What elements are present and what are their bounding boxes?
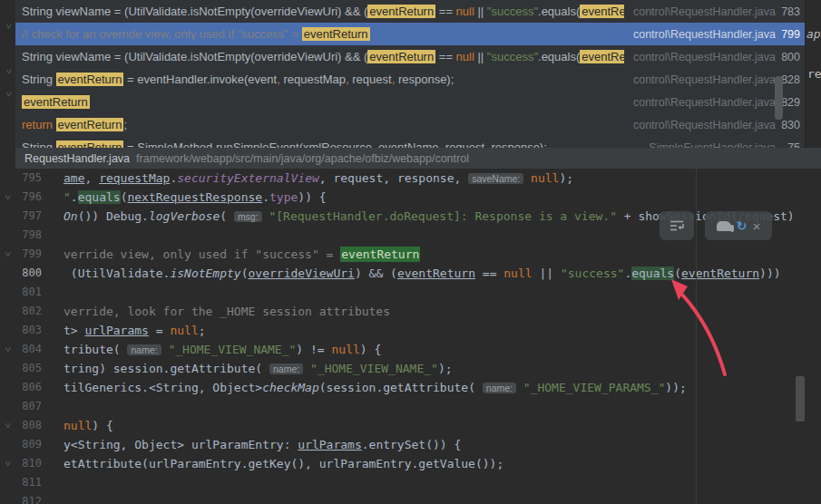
file-path: framework/webapp/src/main/java/org/apach… [136,152,469,165]
code-token: "_HOME_VIEW_NAME_" [310,362,438,375]
code-token: isNotEmpty [170,267,240,280]
usage-code: String viewName = (UtilValidate.isNotEmp… [22,5,624,18]
usage-rows: String viewName = (UtilValidate.isNotEmp… [15,0,805,148]
usage-row[interactable]: String eventReturn = SimpleMethod.runSim… [15,136,805,148]
line-code [56,283,821,302]
editor-line[interactable]: 807 [0,397,821,416]
editor-line[interactable]: >799verride view, only used if "success"… [0,245,821,264]
editor-line[interactable]: 800 (UtilValidate.isNotEmpty(overrideVie… [0,264,821,283]
code-token: overrideViewUri [249,267,355,280]
line-number: 811 [0,473,56,492]
code-token: .equals( [538,50,580,63]
code-token: String [22,73,56,86]
editor-line[interactable]: 806tilGenerics.<String, Object>checkMap(… [0,378,821,397]
usage-row[interactable]: return eventReturn;control\RequestHandle… [15,113,805,136]
code-token: )); [665,381,686,394]
usage-line-number: 830 [780,119,800,131]
code-token: String viewName = (UtilValidate.isNotEmp… [22,5,367,18]
code-token: null [531,171,559,185]
usage-location: control\RequestHandler.java [633,96,776,109]
line-number: 795 [0,169,56,188]
code-token: ( [241,267,249,280]
code-token [523,171,531,185]
capture-tool-button[interactable]: ↻ × [705,211,772,240]
code-token: "_HOME_VIEW_PARAMS_" [523,381,666,394]
code-token: msg: [234,211,262,222]
editor-line[interactable]: >808null) { [0,416,821,435]
editor-line[interactable]: 801 [0,283,821,302]
usage-code: eventReturn [22,95,624,109]
code-token: y<String, Object> urlParamEntry: [64,438,298,451]
editor-line[interactable]: 809y<String, Object> urlParamEntry: urlP… [0,435,821,454]
fold-marker-icon[interactable]: > [0,421,17,431]
code-token: tribute( [64,343,127,356]
code-token: null [456,50,474,63]
code-token: ()) Debug. [78,209,149,223]
line-number: 812 [0,492,56,504]
line-code [56,473,821,492]
code-token: eventReturn [56,118,124,131]
usage-line-number: 75 [780,141,800,149]
editor-line[interactable]: 802verride, look for the _HOME session a… [0,302,821,321]
usage-line-number: 829 [780,96,800,109]
usage-row[interactable]: String viewName = (UtilValidate.isNotEmp… [15,0,805,23]
line-code: tring) session.getAttribute( name: "_HOM… [56,359,821,378]
line-number: 809 [0,435,56,454]
code-token: requestMap [99,171,170,185]
code-token: ( [220,209,234,223]
line-number: 805 [0,359,56,378]
code-token: requestMap [283,73,346,86]
floating-toolbar: ↻ × [660,211,772,240]
usage-location: control\RequestHandler.java [633,5,776,18]
usage-row[interactable]: // check for an override view, only used… [15,23,805,45]
usage-row[interactable]: String eventReturn = eventHandler.invoke… [15,68,805,91]
code-token: null [503,267,532,280]
code-token: urlParams [298,438,361,451]
line-code [56,492,821,504]
code-token: name: [269,363,303,374]
code-token: // check for an override view, only used… [22,27,302,41]
fold-marker-icon[interactable]: > [0,344,17,355]
usage-row[interactable]: eventReturncontrol\RequestHandler.java82… [15,91,805,113]
close-icon[interactable]: × [752,219,760,233]
soft-wrap-button[interactable] [660,211,694,240]
fold-marker-icon[interactable]: > [0,192,17,203]
code-token: name: [483,383,516,393]
line-number: 800 [0,264,56,283]
fold-marker-icon[interactable]: > [0,249,17,260]
code-token: null [64,419,92,432]
usage-row[interactable]: String viewName = (UtilValidate.isNotEmp… [15,45,805,68]
editor-scrollbar-thumb[interactable] [796,376,805,422]
code-token: == [435,5,455,18]
fold-marker-icon[interactable]: > [1,21,14,32]
code-token: (UtilValidate. [64,267,170,280]
editor-line[interactable]: >804tribute( name: "_HOME_VIEW_NAME_") !… [0,340,821,359]
code-token: securityExternalView [177,171,319,185]
editor-line[interactable]: >796".equals(nextRequestResponse.type)) … [0,188,821,207]
editor-line[interactable]: 811 [0,473,821,492]
usage-code: return eventReturn; [22,118,624,131]
editor-line[interactable]: 795ame, requestMap.securityExternalView,… [0,169,821,188]
code-token: ( [674,267,681,280]
code-token: eventReturn [580,5,624,18]
fold-marker-icon[interactable]: > [1,66,14,77]
code-token: ame [64,171,84,185]
editor-line[interactable]: 812 [0,492,821,504]
editor-line[interactable]: 803t> urlParams = null; [0,321,821,340]
fold-marker-icon[interactable]: > [1,89,14,100]
code-token: return [22,118,56,131]
code-token: "success" [487,50,538,63]
sync-icon: ↻ [737,219,748,232]
code-token: "success" [561,267,624,280]
code-token: String [22,141,56,148]
editor-line[interactable]: 805tring) session.getAttribute( name: "_… [0,359,821,378]
code-token: ) { [92,419,112,432]
code-token: ))) [759,267,780,280]
fold-marker-icon[interactable]: > [0,459,17,470]
code-token: . [71,190,78,204]
code-token: urlParams [84,324,148,337]
popup-scrollbar-thumb[interactable] [775,76,783,120]
elephant-icon [717,221,731,231]
editor-line[interactable]: >810etAttribute(urlParamEntry.getKey(), … [0,454,821,473]
code-token: type [269,190,298,204]
